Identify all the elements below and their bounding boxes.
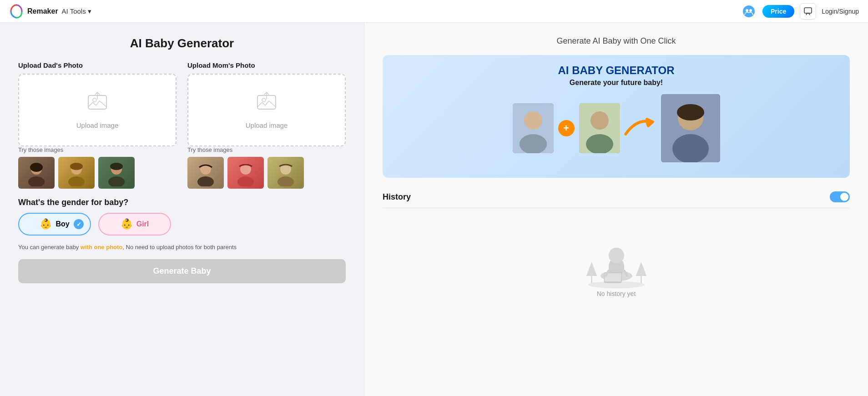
svg-marker-36 <box>586 262 596 276</box>
no-history-area: No history yet <box>383 217 850 306</box>
svg-point-11 <box>68 176 85 186</box>
one-photo-link[interactable]: with one photo <box>81 244 122 251</box>
mom-upload-text: Upload image <box>246 121 288 129</box>
promo-baby-photo <box>661 94 720 162</box>
users-icon-button[interactable] <box>741 3 757 20</box>
feedback-button[interactable] <box>800 3 816 20</box>
girl-label: Girl <box>136 220 149 228</box>
promo-title: AI BABY GENERATOR <box>392 64 841 77</box>
mom-sample-2[interactable] <box>227 157 264 189</box>
users-icon <box>742 5 755 18</box>
app-header: Remaker AI Tools ▾ Price Login/Signup <box>0 0 868 23</box>
dad-upload-label: Upload Dad's Photo <box>18 61 177 69</box>
svg-point-3 <box>749 9 752 12</box>
svg-point-19 <box>197 176 214 186</box>
girl-button[interactable]: 👶 Girl <box>98 213 171 236</box>
one-photo-note: You can generate baby with one photo, No… <box>18 243 346 252</box>
gender-title: What's the gender for baby? <box>18 198 346 207</box>
boy-label: Boy <box>56 220 69 228</box>
svg-point-8 <box>28 176 45 186</box>
svg-point-2 <box>746 9 748 12</box>
gender-row: 👶 Boy ✓ 👶 Girl <box>18 213 346 236</box>
svg-point-42 <box>608 248 624 263</box>
upload-row: Upload Dad's Photo Upload image Try thos… <box>18 61 346 189</box>
svg-marker-38 <box>636 262 646 276</box>
promo-subtitle: Generate your future baby! <box>392 79 841 87</box>
svg-point-15 <box>110 163 123 170</box>
history-divider <box>383 208 850 208</box>
brand-name: Remaker <box>27 7 58 15</box>
svg-point-28 <box>590 111 609 130</box>
history-toggle[interactable] <box>830 191 850 202</box>
plus-icon: + <box>558 120 575 136</box>
price-button[interactable]: Price <box>762 5 794 18</box>
svg-point-34 <box>677 104 704 120</box>
svg-point-26 <box>520 134 547 153</box>
promo-banner: AI BABY GENERATOR Generate your future b… <box>383 55 850 178</box>
remaker-logo <box>9 4 24 19</box>
mom-upload-icon <box>255 91 278 118</box>
one-photo-suffix: , No need to upload photos for both pare… <box>122 244 237 251</box>
login-button[interactable]: Login/Signup <box>822 8 859 15</box>
dad-upload-text: Upload image <box>76 121 119 129</box>
svg-point-33 <box>672 134 709 162</box>
dad-try-label: Try those images <box>18 146 177 153</box>
promo-images: + <box>392 94 841 162</box>
svg-point-9 <box>30 163 43 172</box>
header-left: Remaker AI Tools ▾ <box>9 4 91 19</box>
no-history-illustration <box>580 226 653 290</box>
history-row: History <box>383 191 850 202</box>
mom-upload-col: Upload Mom's Photo Upload image Try thos… <box>187 61 346 189</box>
dad-upload-col: Upload Dad's Photo Upload image Try thos… <box>18 61 177 189</box>
dad-sample-3[interactable] <box>98 157 135 189</box>
svg-rect-4 <box>804 8 812 13</box>
one-photo-prefix: You can generate baby <box>18 244 81 251</box>
right-panel: Generate AI Baby with One Click AI BABY … <box>364 23 868 396</box>
promo-mom-photo <box>513 103 554 153</box>
left-panel: AI Baby Generator Upload Dad's Photo Upl… <box>0 23 364 396</box>
promo-dad-photo <box>579 103 620 153</box>
mom-sample-3[interactable] <box>267 157 304 189</box>
ai-tools-label: AI Tools <box>62 7 86 15</box>
ai-tools-button[interactable]: AI Tools ▾ <box>62 7 91 15</box>
mom-try-label: Try those images <box>187 146 346 153</box>
mom-sample-images <box>187 157 346 189</box>
main-layout: AI Baby Generator Upload Dad's Photo Upl… <box>0 23 868 396</box>
dad-sample-2[interactable] <box>58 157 95 189</box>
chevron-down-icon: ▾ <box>88 7 91 15</box>
mom-upload-label: Upload Mom's Photo <box>187 61 346 69</box>
svg-point-17 <box>262 98 266 102</box>
girl-icon: 👶 <box>121 218 133 230</box>
mom-upload-box[interactable]: Upload image <box>187 74 346 146</box>
no-history-text: No history yet <box>597 290 636 297</box>
generate-baby-button[interactable]: Generate Baby <box>18 259 346 283</box>
boy-button[interactable]: 👶 Boy ✓ <box>18 213 91 236</box>
boy-check-icon: ✓ <box>74 219 84 229</box>
page-title: AI Baby Generator <box>18 36 346 50</box>
right-title: Generate AI Baby with One Click <box>383 36 850 46</box>
svg-point-14 <box>108 176 125 186</box>
dad-upload-icon <box>86 91 109 118</box>
mom-sample-1[interactable] <box>187 157 224 189</box>
dad-sample-images <box>18 157 177 189</box>
svg-point-29 <box>586 134 613 153</box>
svg-point-25 <box>524 111 542 130</box>
svg-point-6 <box>93 98 96 102</box>
message-icon <box>803 7 812 16</box>
dad-upload-box[interactable]: Upload image <box>18 74 177 146</box>
boy-icon: 👶 <box>40 218 52 230</box>
history-title: History <box>383 192 411 202</box>
header-right: Price Login/Signup <box>741 3 859 20</box>
svg-point-1 <box>743 5 755 17</box>
arrow-icon <box>619 110 662 147</box>
svg-point-12 <box>70 163 83 170</box>
svg-point-21 <box>237 176 254 186</box>
svg-point-23 <box>278 176 294 186</box>
dad-sample-1[interactable] <box>18 157 55 189</box>
